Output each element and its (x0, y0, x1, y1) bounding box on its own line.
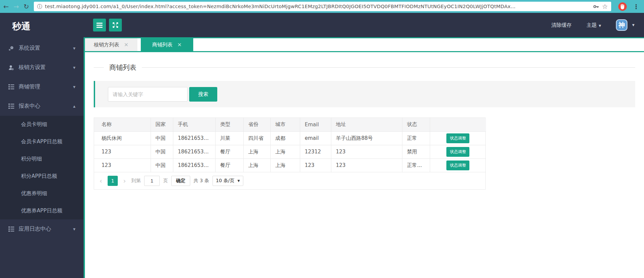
tab-label: 商铺列表 (152, 42, 173, 48)
list-icon (8, 226, 14, 232)
goto-label: 到第 (131, 178, 141, 184)
shop-table: 名称 国家 手机 类型 省份 城市 Email 地址 状态 (94, 117, 486, 190)
cell-actions: 状态调整 (430, 158, 486, 172)
sidebar-subitem-points-detail[interactable]: 积分明细 (0, 150, 84, 168)
browser-menu-icon[interactable]: ⋮ (632, 3, 641, 10)
confirm-button[interactable]: 确定 (171, 176, 190, 186)
cell-address: 羊子山西路88号 (331, 131, 402, 145)
search-input[interactable] (108, 87, 187, 102)
status-adjust-button[interactable]: 状态调整 (446, 133, 469, 143)
user-menu[interactable]: 神 ▼ (616, 19, 635, 31)
cell-status: 禁用 (402, 145, 430, 158)
avatar[interactable]: 神 (616, 19, 627, 31)
forward-icon[interactable]: → (14, 3, 19, 10)
collapse-sidebar-button[interactable] (93, 19, 106, 31)
goto-page-input[interactable] (144, 176, 160, 186)
page-unit-label: 页 (163, 178, 168, 184)
bookmark-star-icon[interactable]: ☆ (602, 3, 608, 10)
cell-email: 12312 (300, 145, 331, 158)
cell-country: 中国 (151, 145, 173, 158)
column-header: 手机 (173, 118, 215, 131)
refresh-icon[interactable]: ↻ (24, 3, 29, 10)
status-adjust-button[interactable]: 状态调整 (446, 161, 469, 170)
sidebar-subitem-coupon-detail[interactable]: 优惠券明细 (0, 185, 84, 202)
sidebar-item-label: 应用日志中心 (19, 226, 51, 233)
pagination: ‹ 1 › 到第 页 确定 共 3 条 10 条/页 ▼ (94, 172, 485, 189)
column-header (430, 118, 486, 131)
cell-province: 四川省 (243, 131, 270, 145)
page-size-value: 10 条/页 (216, 178, 235, 184)
sidebar-item-system-settings[interactable]: 系统设置 ▼ (0, 39, 84, 58)
fullscreen-button[interactable] (109, 19, 122, 31)
cell-province: 上海 (243, 158, 270, 172)
chevron-down-icon: ▼ (599, 24, 601, 27)
cell-name: 杨氏休闲 (94, 131, 151, 145)
expand-arrows-icon (112, 22, 118, 28)
stop-hand-extension-icon[interactable] (618, 2, 627, 11)
list-icon (8, 103, 14, 109)
column-header: 地址 (331, 118, 402, 131)
cell-name: 123 (94, 158, 151, 172)
cell-address: 123 (331, 158, 402, 172)
sidebar-item-label: 报表中心 (19, 103, 40, 110)
sidebar-subitem-coupon-app-daily[interactable]: 优惠券APP日总额 (0, 202, 84, 219)
sidebar-item-shop-management[interactable]: 商铺管理 ▼ (0, 77, 84, 97)
column-header: Email (300, 118, 331, 131)
cell-country: 中国 (151, 131, 173, 145)
cell-actions: 状态调整 (430, 131, 486, 145)
column-header: 类型 (215, 118, 243, 131)
cell-type: 餐厅 (215, 158, 243, 172)
chevron-down-icon: ▼ (73, 66, 75, 69)
cell-city: 成都 (270, 131, 300, 145)
key-icon[interactable] (593, 3, 599, 10)
sidebar-item-report-center[interactable]: 报表中心 ▲ (0, 97, 84, 116)
next-page-icon[interactable]: › (121, 177, 128, 184)
chevron-down-icon: ▼ (73, 228, 75, 231)
prev-page-icon[interactable]: ‹ (97, 177, 104, 184)
cell-address: 123 (331, 145, 402, 158)
sidebar: 秒通 系统设置 ▼ 核销方设置 ▼ (0, 13, 84, 278)
close-icon[interactable]: × (124, 42, 128, 47)
table-header-row: 名称 国家 手机 类型 省份 城市 Email 地址 状态 (94, 118, 486, 131)
title-divider (142, 67, 635, 68)
cell-phone: 18621653364 (173, 158, 215, 172)
sidebar-subitem-points-app-daily[interactable]: 积分APP日总额 (0, 168, 84, 185)
cell-status: 正常 (402, 131, 430, 145)
chevron-down-icon: ▼ (73, 47, 75, 50)
clear-cache-link[interactable]: 清除缓存 (551, 22, 572, 28)
sidebar-item-verifier-settings[interactable]: 核销方设置 ▼ (0, 58, 84, 77)
chevron-up-icon: ▲ (73, 105, 75, 108)
title-divider (94, 67, 104, 68)
page-title-row: 商铺列表 (94, 63, 635, 72)
cell-name: 123 (94, 145, 151, 158)
cell-city: 上海 (270, 145, 300, 158)
column-header: 名称 (94, 118, 151, 131)
page-size-select[interactable]: 10 条/页 ▼ (213, 176, 243, 186)
address-bar[interactable]: ⓘ test.miaotong.jdy001.com/a1_0/User/ind… (34, 2, 611, 11)
sidebar-subitem-member-card-detail[interactable]: 会员卡明细 (0, 116, 84, 133)
tab-label: 核销方列表 (94, 42, 119, 48)
theme-dropdown[interactable]: 主题▼ (586, 22, 601, 28)
close-icon[interactable]: × (177, 42, 182, 47)
status-adjust-button[interactable]: 状态调整 (446, 147, 469, 157)
tab-verifier-list[interactable]: 核销方列表 × (85, 38, 137, 51)
list-icon (8, 84, 14, 90)
sidebar-item-app-log-center[interactable]: 应用日志中心 ▼ (0, 219, 84, 239)
chevron-down-icon: ▼ (238, 179, 240, 183)
sidebar-item-label: 系统设置 (19, 45, 40, 52)
column-header: 国家 (151, 118, 173, 131)
page-info-icon[interactable]: ⓘ (37, 3, 42, 10)
page-title: 商铺列表 (109, 63, 136, 72)
cell-email: 123 (300, 158, 331, 172)
cell-email: email (300, 131, 331, 145)
sidebar-subitem-member-card-app-daily[interactable]: 会员卡APP日总额 (0, 133, 84, 150)
column-header: 省份 (243, 118, 270, 131)
cell-type: 餐厅 (215, 145, 243, 158)
url-text[interactable]: test.miaotong.jdy001.com/a1_0/User/index… (45, 4, 590, 9)
search-button[interactable]: 搜索 (189, 87, 217, 102)
current-page-button[interactable]: 1 (108, 176, 118, 186)
tab-shop-list[interactable]: 商铺列表 × (141, 38, 193, 51)
search-panel: 搜索 (94, 81, 635, 107)
back-icon[interactable]: ← (3, 3, 9, 10)
table-row: 杨氏休闲 中国 18621653362 川菜 四川省 成都 email 羊子山西… (94, 131, 486, 145)
